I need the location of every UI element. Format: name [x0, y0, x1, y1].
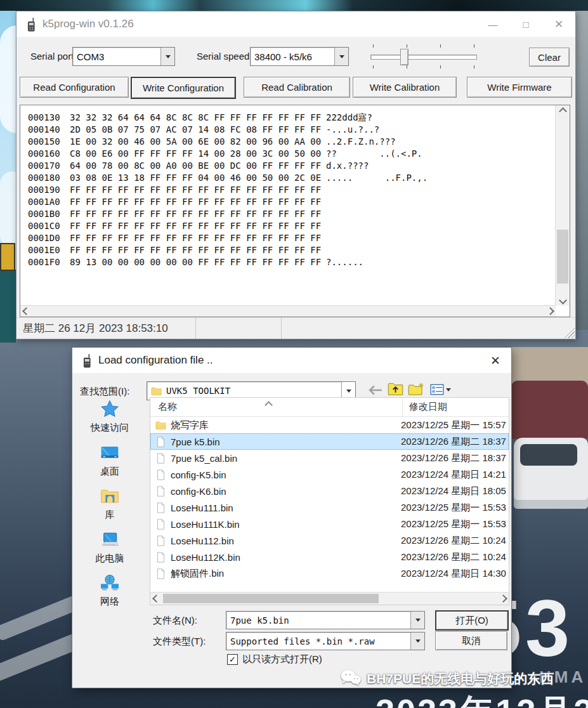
sidebar-item-network[interactable]: 网络	[72, 572, 147, 608]
read-configuration-button[interactable]: Read Configuration	[20, 77, 129, 98]
scroll-left-icon[interactable]	[20, 306, 32, 317]
folder-up-icon[interactable]	[387, 381, 403, 397]
vertical-scrollbar[interactable]	[555, 105, 570, 306]
file-row[interactable]: 7pue k5_cal.bin2023/12/26 星期二 18:37	[150, 450, 509, 466]
new-folder-icon[interactable]	[407, 381, 425, 397]
hex-cell: 0001F0	[28, 256, 70, 268]
hex-cell: ..... ..F.P.,.	[326, 172, 556, 184]
hex-row: 0001D0FF FF FF FF FF FF FF FF FF FF FF F…	[28, 232, 556, 244]
dropdown-arrow-icon[interactable]	[410, 612, 424, 629]
file-row[interactable]: config-K6.bin2023/12/24 星期日 18:05	[150, 483, 509, 499]
hex-cell: 000180	[28, 172, 70, 184]
readonly-checkbox[interactable]: ✓	[227, 654, 238, 665]
file-name-cell: LoseHu112.bin	[150, 535, 395, 546]
column-header-date[interactable]: 修改日期	[403, 398, 509, 416]
file-list-horizontal-scrollbar[interactable]	[150, 592, 509, 605]
horizontal-scrollbar[interactable]	[20, 305, 556, 317]
cancel-button[interactable]: 取消	[435, 631, 507, 650]
dialog-title: Load configuration file ..	[98, 354, 213, 367]
dropdown-arrow-icon[interactable]	[410, 633, 424, 650]
hex-cell: ..2.F.Z.n.???	[326, 136, 556, 148]
hex-cell	[326, 208, 556, 220]
file-type-value: Supported files *.bin *.raw	[226, 633, 410, 650]
file-row[interactable]: 解锁固件.bin2023/12/24 星期日 14:30	[150, 565, 509, 582]
bg-red-car	[511, 381, 588, 439]
scroll-right-icon[interactable]	[497, 593, 509, 605]
hex-view[interactable]: 00013032 32 32 64 64 64 8C 8C 8C FF FF F…	[20, 105, 556, 306]
hex-cell	[326, 232, 556, 244]
file-type-select[interactable]: Supported files *.bin *.raw	[226, 632, 425, 650]
speed-slider[interactable]	[370, 44, 477, 69]
scroll-down-icon[interactable]	[556, 294, 570, 306]
hex-cell: 000190	[28, 184, 70, 196]
file-date: 2023/12/24 星期日 18:05	[395, 485, 509, 497]
hex-cell: 0001B0	[28, 208, 70, 220]
sidebar-item-label: 网络	[100, 596, 119, 608]
slider-thumb[interactable]	[400, 49, 408, 65]
hex-row: 00018003 08 0E 13 18 FF FF FF 04 00 46 0…	[28, 172, 556, 184]
file-name-input[interactable]: 7pue k5.bin	[226, 611, 425, 629]
desktop-icon	[98, 442, 121, 464]
network-icon	[98, 572, 121, 594]
file-row[interactable]: config-K5.bin2023/12/24 星期日 14:21	[150, 466, 509, 483]
file-icon	[155, 552, 166, 563]
open-button[interactable]: 打开(O)	[435, 610, 509, 631]
file-row[interactable]: 7pue k5.bin2023/12/26 星期二 18:37	[150, 433, 509, 450]
channel-watermark: BH7PUE的无线电与好玩的东西	[340, 669, 554, 689]
file-name: LoseHu111.bin	[171, 502, 233, 513]
serial-port-label: Serial port	[30, 51, 74, 62]
maximize-button[interactable]: □	[509, 11, 542, 37]
sidebar-item-library[interactable]: 库	[72, 485, 147, 521]
file-row[interactable]: LoseHu111.bin2023/12/25 星期一 15:53	[150, 499, 509, 516]
file-date: 2023/12/25 星期一 15:57	[395, 419, 509, 431]
folder-icon	[155, 420, 166, 431]
file-date: 2023/12/26 星期二 18:37	[395, 436, 509, 448]
hex-cell: 000170	[28, 160, 70, 172]
scrollbar-thumb[interactable]	[557, 230, 568, 284]
scroll-right-icon[interactable]	[544, 306, 556, 317]
scrollbar-thumb[interactable]	[163, 594, 379, 603]
serial-port-select[interactable]: COM3	[72, 47, 175, 66]
back-icon[interactable]	[368, 384, 383, 396]
write-configuration-button[interactable]: Write Configuration	[131, 77, 236, 99]
write-firmware-button[interactable]: Write Firmware	[467, 77, 572, 98]
serial-speed-select[interactable]: 38400 - k5/k6	[250, 47, 349, 66]
views-menu-icon[interactable]	[428, 383, 453, 397]
wechat-icon	[340, 669, 362, 689]
file-name: config-K6.bin	[171, 486, 226, 497]
file-row[interactable]: LoseHu112K.bin2023/12/26 星期二 10:24	[150, 549, 509, 565]
hex-cell: 03 08 0E 13 18 FF FF FF 04 00 46 00 50 0…	[70, 172, 326, 184]
file-type-label: 文件类型(T):	[153, 636, 206, 648]
file-row[interactable]: LoseHu112.bin2023/12/26 星期二 10:24	[150, 532, 509, 549]
hex-row: 0001A0FF FF FF FF FF FF FF FF FF FF FF F…	[28, 196, 556, 208]
file-row[interactable]: LoseHu111K.bin2023/12/25 星期一 15:53	[150, 516, 509, 532]
window-title: k5prog-win v0.1.26	[42, 18, 134, 30]
file-icon	[155, 469, 166, 480]
hex-cell: 0001D0	[28, 232, 70, 244]
minimize-button[interactable]: —	[476, 11, 509, 37]
column-header-name[interactable]: 名称	[150, 398, 403, 416]
dialog-close-button[interactable]: ✕	[480, 348, 511, 373]
file-list: 名称 修改日期 烧写字库2023/12/25 星期一 15:577pue k5.…	[150, 397, 509, 605]
slider-track[interactable]	[370, 55, 477, 60]
close-button[interactable]: ✕	[542, 11, 575, 37]
file-name-cell: 解锁固件.bin	[150, 568, 395, 580]
sidebar-item-desktop[interactable]: 桌面	[72, 442, 147, 478]
hex-cell: 0001E0	[28, 244, 70, 256]
file-row[interactable]: 烧写字库2023/12/25 星期一 15:57	[150, 417, 509, 433]
hex-cell: 000160	[28, 148, 70, 160]
dropdown-arrow-icon[interactable]	[334, 48, 348, 65]
read-calibration-button[interactable]: Read Calibration	[244, 77, 350, 98]
clear-button[interactable]: Clear	[529, 48, 570, 67]
scroll-left-icon[interactable]	[150, 593, 162, 605]
sidebar-item-star[interactable]: 快速访问	[72, 398, 147, 434]
file-name-cell: 7pue k5.bin	[150, 436, 395, 447]
hex-row: 0001F089 13 00 00 00 00 00 00 FF FF FF F…	[28, 256, 556, 268]
folder-icon	[151, 386, 162, 397]
dropdown-arrow-icon[interactable]	[160, 48, 174, 65]
write-calibration-button[interactable]: Write Calibration	[353, 77, 457, 98]
file-name: 烧写字库	[171, 419, 209, 431]
sidebar-item-pc[interactable]: 此电脑	[72, 529, 147, 565]
hex-row: 0001E0FF FF FF FF FF FF FF FF FF FF FF F…	[28, 244, 556, 256]
scroll-up-icon[interactable]	[556, 105, 570, 117]
